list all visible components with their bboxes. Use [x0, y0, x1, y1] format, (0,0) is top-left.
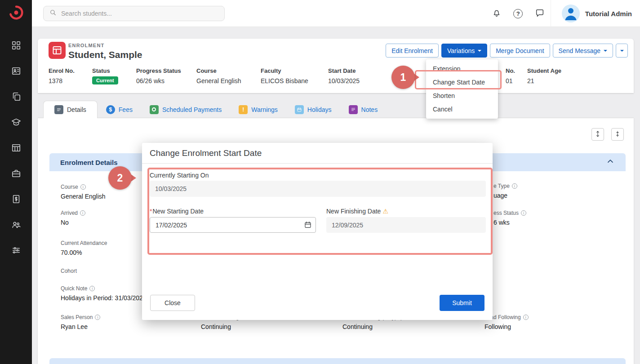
info-icon — [521, 210, 526, 216]
note-icon — [349, 105, 358, 114]
coin-icon — [150, 105, 159, 114]
field-current-attendance: Current Attendance 70.00% — [61, 240, 107, 256]
bell-icon — [492, 8, 502, 19]
tab-details[interactable]: Details — [43, 101, 98, 118]
chevron-down-icon — [478, 50, 481, 53]
field-status-fragment: ess Status 6 wks — [493, 210, 526, 226]
sidebar-item-community[interactable] — [8, 219, 24, 232]
info-icon — [80, 210, 85, 216]
menu-item-shorten[interactable]: Shorten — [426, 89, 498, 102]
required-asterisk — [150, 208, 152, 215]
info-status: Status Current — [92, 67, 118, 84]
new-starting-date-input[interactable] — [150, 217, 316, 233]
sidebar-item-contacts[interactable] — [8, 65, 24, 79]
visa-details-header[interactable]: Visa Details — [49, 358, 626, 364]
topbar-actions: Tutorial Admin — [486, 0, 640, 27]
sidebar-nav — [0, 40, 32, 258]
sidebar-item-courses[interactable] — [8, 116, 24, 130]
table-icon — [11, 143, 21, 155]
chat-icon — [535, 8, 545, 19]
sliders-icon — [11, 245, 21, 257]
help-icon — [513, 9, 523, 18]
user-name: Tutorial Admin — [585, 10, 632, 18]
enrolment-icon — [49, 42, 66, 59]
calendar-icon — [295, 105, 304, 114]
user-menu[interactable]: Tutorial Admin — [551, 0, 640, 27]
expand-all-button[interactable] — [591, 128, 604, 141]
feedback-button[interactable] — [529, 0, 551, 27]
brand-swirl-icon — [8, 4, 24, 22]
sidebar-item-tables[interactable] — [8, 142, 24, 155]
notifications-button[interactable] — [486, 0, 507, 27]
info-icon — [89, 286, 95, 291]
details-icon — [54, 105, 63, 114]
chevron-up-icon — [606, 157, 615, 168]
info-icon — [80, 184, 86, 190]
field-quick-note: Quick Note Holidays in Period: 31/03/202… — [61, 285, 147, 302]
sidebar-item-settings[interactable] — [8, 244, 24, 258]
new-starting-date-label: New Starting Date — [150, 208, 204, 215]
enrolment-header-card: ENROLMENT Student, Sample Edit Enrolment… — [38, 39, 634, 93]
modal-close-button[interactable]: Close — [150, 295, 195, 311]
sidebar-item-agents[interactable] — [8, 168, 24, 181]
menu-item-cancel[interactable]: Cancel — [426, 102, 498, 116]
send-message-button[interactable]: Send Message — [553, 44, 613, 58]
collapse-all-button[interactable] — [611, 128, 624, 141]
currently-starting-label: Currently Starting On — [150, 172, 209, 179]
collapse-arrows-icon — [614, 130, 621, 139]
contact-card-icon — [11, 66, 21, 78]
tab-fees[interactable]: Fees — [98, 101, 141, 118]
modal-title: Change Enrolment Start Date — [142, 143, 493, 164]
sidebar-item-finance[interactable] — [8, 193, 24, 207]
page-title: Student, Sample — [68, 49, 142, 60]
menu-item-change-start-date[interactable]: Change Start Date — [426, 75, 498, 89]
copy-icon — [11, 92, 21, 103]
sidebar — [0, 0, 32, 364]
info-start-date: Start Date 10/03/2025 — [328, 67, 360, 84]
expand-arrows-icon — [594, 130, 601, 139]
app-root: Tutorial Admin ENROLMENT Student, Sample… — [0, 0, 640, 364]
entity-kicker: ENROLMENT — [68, 43, 104, 48]
change-start-date-modal: Change Enrolment Start Date Currently St… — [142, 143, 493, 320]
field-course: Course General English — [61, 184, 106, 200]
field-cohort: Cohort — [61, 268, 77, 277]
help-button[interactable] — [507, 0, 529, 27]
info-icon — [95, 315, 100, 320]
dollar-icon — [106, 105, 115, 114]
tab-holidays[interactable]: Holidays — [286, 101, 340, 118]
sidebar-item-documents[interactable] — [8, 91, 24, 104]
info-student-age: Student Age 21 — [527, 67, 561, 84]
warning-icon — [239, 105, 248, 114]
menu-item-extension[interactable]: Extension — [426, 62, 498, 75]
sidebar-item-dashboard[interactable] — [8, 40, 24, 53]
graduation-cap-icon — [11, 117, 21, 129]
search-students-input[interactable] — [61, 10, 219, 17]
variations-button[interactable]: Variations — [441, 44, 487, 58]
field-sales-person: Sales Person Ryan Lee — [61, 314, 100, 330]
merge-document-button[interactable]: Merge Document — [490, 44, 550, 58]
invoice-icon — [11, 194, 21, 206]
tab-notes[interactable]: Notes — [340, 101, 387, 118]
variations-dropdown-menu: Extension Change Start Date Shorten Canc… — [426, 59, 498, 119]
currently-starting-field: 10/03/2025 — [150, 181, 486, 197]
tab-warnings[interactable]: Warnings — [230, 101, 286, 118]
info-course: Course General English — [196, 67, 241, 84]
topbar: Tutorial Admin — [32, 0, 640, 27]
briefcase-icon — [11, 169, 21, 180]
edit-enrolment-button[interactable]: Edit Enrolment — [386, 44, 439, 58]
modal-submit-button[interactable]: Submit — [440, 295, 484, 311]
chevron-down-icon — [604, 50, 607, 53]
info-enrol-no: Enrol No. 1378 — [49, 67, 75, 84]
visa-details-section: Visa Details — [49, 358, 626, 364]
warning-icon — [382, 208, 388, 215]
header-buttons: Edit Enrolment Variations Merge Document… — [386, 44, 628, 58]
info-faculty: Faculty ELICOS Bisbane — [261, 67, 308, 84]
section-title: Enrolment Details — [60, 159, 118, 166]
search-icon — [49, 9, 57, 18]
tab-scheduled-payments[interactable]: Scheduled Payments — [141, 101, 230, 118]
field-type-fragment: e Type uage — [493, 183, 517, 199]
app-logo[interactable] — [7, 4, 25, 22]
more-actions-button[interactable] — [616, 44, 628, 58]
avatar — [562, 4, 580, 22]
info-student-no-fragment: No. 01 — [506, 67, 515, 84]
